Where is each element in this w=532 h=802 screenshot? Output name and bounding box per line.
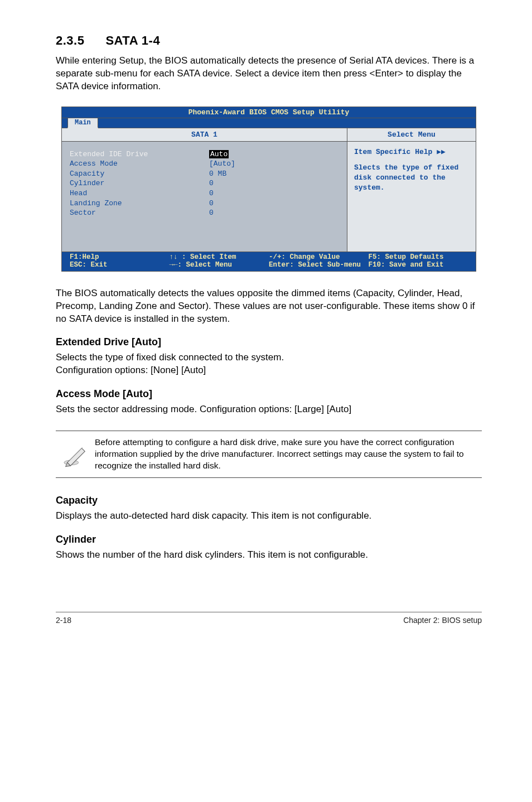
after-bios-paragraph: The BIOS automatically detects the value… — [56, 287, 482, 326]
bios-left-content: Extended IDE DriveAuto Access Mode[Auto]… — [62, 142, 347, 252]
bios-title: Phoenix-Award BIOS CMOS Setup Utility — [62, 107, 476, 118]
bios-row-label: Landing Zone — [70, 199, 209, 209]
bios-help-panel: Item Specific Help ▶▶ Slects the type of… — [347, 142, 476, 199]
bios-row-label: Head — [70, 189, 209, 199]
extended-drive-text1: Selects the type of fixed disk connected… — [56, 351, 482, 364]
bios-row-label: Cylinder — [70, 178, 209, 189]
bios-foot: F5: Setup Defaults — [369, 253, 444, 261]
bios-tab-main: Main — [67, 118, 98, 128]
extended-drive-text2: Configuration options: [None] [Auto] — [56, 364, 482, 377]
bios-foot: ↑↓ : Select Item — [170, 253, 236, 261]
pencil-icon — [56, 442, 95, 467]
access-mode-text: Sets the sector addressing mode. Configu… — [56, 403, 482, 416]
bios-row-value: 0 — [209, 178, 339, 189]
cylinder-text: Shows the number of the hard disk cylind… — [56, 549, 482, 562]
bios-row-value: 0 MB — [209, 169, 339, 179]
bios-row-value: 0 — [209, 189, 339, 199]
note-box: Before attempting to configure a hard di… — [56, 431, 482, 478]
bios-foot: -/+: Change Value — [269, 253, 340, 261]
capacity-heading: Capacity — [56, 495, 482, 506]
bios-row-value: 0 — [209, 208, 339, 218]
bios-foot: F1:Help — [70, 253, 99, 261]
bios-foot: Enter: Select Sub-menu — [269, 261, 361, 269]
bios-help-body: Slects the type of fixed disk connected … — [354, 163, 470, 194]
bios-footer: F1:Help ESC: Exit ↑↓ : Select Item →←: S… — [62, 252, 476, 271]
capacity-text: Displays the auto-detected hard disk cap… — [56, 510, 482, 523]
bios-right-header: Select Menu — [347, 128, 476, 142]
chapter-label: Chapter 2: BIOS setup — [403, 616, 482, 625]
section-heading: 2.3.5SATA 1-4 — [56, 33, 482, 48]
intro-paragraph: While entering Setup, the BIOS automatic… — [56, 55, 482, 93]
bios-row-label: Capacity — [70, 169, 209, 179]
cylinder-heading: Cylinder — [56, 534, 482, 545]
access-mode-heading: Access Mode [Auto] — [56, 388, 482, 400]
bios-tab-row: Main — [62, 118, 476, 128]
bios-row-label: Sector — [70, 208, 209, 218]
bios-left-header: SATA 1 — [62, 128, 347, 142]
page-footer: 2-18 Chapter 2: BIOS setup — [56, 612, 482, 625]
bios-row-value: Auto — [209, 150, 229, 158]
note-text: Before attempting to configure a hard di… — [95, 434, 482, 474]
bios-row-label: Extended IDE Drive — [70, 149, 209, 160]
bios-row-value: [Auto] — [209, 159, 339, 169]
bios-foot: ESC: Exit — [70, 261, 108, 269]
bios-screenshot: Phoenix-Award BIOS CMOS Setup Utility Ma… — [61, 107, 476, 272]
bios-row-value: 0 — [209, 199, 339, 209]
bios-help-head: Item Specific Help ▶▶ — [354, 147, 470, 157]
extended-drive-heading: Extended Drive [Auto] — [56, 336, 482, 348]
page-number: 2-18 — [56, 616, 71, 625]
section-number: 2.3.5 — [56, 33, 84, 48]
bios-foot: F10: Save and Exit — [369, 261, 444, 269]
bios-foot: →←: Select Menu — [170, 261, 233, 269]
section-title: SATA 1-4 — [105, 33, 160, 47]
bios-row-label: Access Mode — [70, 159, 209, 169]
